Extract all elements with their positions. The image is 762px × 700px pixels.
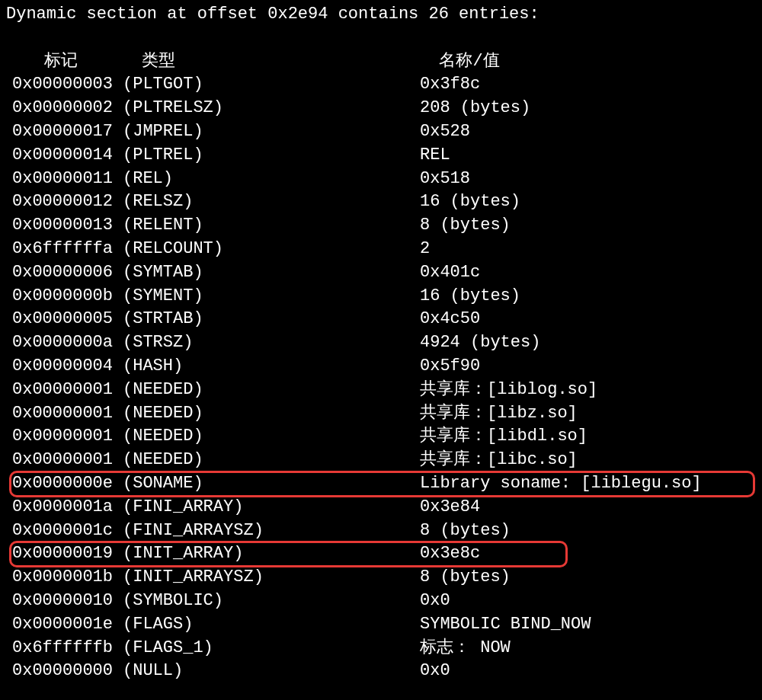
entry-type: (PLTGOT)	[123, 73, 420, 97]
entry-type: (NEEDED)	[123, 449, 420, 472]
entry-type: (JMPREL)	[123, 120, 420, 144]
table-row: 0x00000013(RELENT)8 (bytes)	[6, 214, 756, 238]
entry-tag: 0x00000014	[12, 144, 123, 168]
entry-type: (FLAGS)	[123, 613, 420, 637]
entry-type: (PLTRELSZ)	[123, 97, 420, 120]
entry-value: 0x3e84	[420, 496, 756, 519]
table-row: 0x6ffffffb(FLAGS_1)标志： NOW	[6, 637, 756, 660]
entry-value: 0x528	[420, 120, 756, 144]
entry-value: 0x0	[420, 660, 756, 683]
entries-list: 0x00000003(PLTGOT)0x3f8c0x00000002(PLTRE…	[6, 73, 756, 683]
header-tag: 标记	[26, 50, 142, 74]
entry-tag: 0x0000000a	[12, 331, 123, 355]
table-row: 0x00000001(NEEDED)共享库：[liblog.so]	[6, 379, 756, 402]
entry-tag: 0x00000003	[12, 73, 123, 97]
entry-tag: 0x00000006	[12, 261, 123, 285]
entry-tag: 0x00000012	[12, 190, 123, 214]
entry-type: (FINI_ARRAY)	[123, 496, 420, 519]
entry-value: 0x3e8c	[420, 542, 756, 566]
entry-tag: 0x00000017	[12, 120, 123, 144]
entry-value: 8 (bytes)	[420, 566, 756, 590]
table-row: 0x00000006(SYMTAB)0x401c	[6, 261, 756, 285]
entry-tag: 0x00000001	[12, 402, 123, 426]
column-headers: 标记类型名称/值	[6, 27, 756, 74]
entry-type: (NEEDED)	[123, 425, 420, 449]
table-row: 0x0000001e(FLAGS)SYMBOLIC BIND_NOW	[6, 613, 756, 637]
entry-type: (FINI_ARRAYSZ)	[123, 519, 420, 543]
entry-value: 共享库：[libz.so]	[420, 402, 756, 426]
table-row: 0x00000004(HASH)0x5f90	[6, 355, 756, 379]
entry-tag: 0x00000005	[12, 308, 123, 331]
entry-value: 208 (bytes)	[420, 97, 756, 120]
entry-value: 16 (bytes)	[420, 190, 756, 214]
table-row: 0x00000017(JMPREL)0x528	[6, 120, 756, 144]
table-row: 0x00000014(PLTREL)REL	[6, 144, 756, 168]
table-row: 0x00000001(NEEDED)共享库：[libdl.so]	[6, 425, 756, 449]
entry-tag: 0x00000010	[12, 590, 123, 613]
entry-type: (SYMENT)	[123, 285, 420, 308]
entry-tag: 0x00000011	[12, 168, 123, 191]
entry-value: 0x3f8c	[420, 73, 756, 97]
entry-tag: 0x00000001	[12, 449, 123, 472]
entry-value: 0x518	[420, 168, 756, 191]
entry-type: (RELCOUNT)	[123, 238, 420, 261]
entry-type: (SYMBOLIC)	[123, 590, 420, 613]
entry-value: 8 (bytes)	[420, 214, 756, 238]
table-row: 0x0000001b(INIT_ARRAYSZ)8 (bytes)	[6, 566, 756, 590]
entry-tag: 0x0000001b	[12, 566, 123, 590]
table-row: 0x00000001(NEEDED)共享库：[libz.so]	[6, 402, 756, 426]
entry-value: 共享库：[libc.so]	[420, 449, 756, 472]
entry-value: 2	[420, 238, 756, 261]
entry-tag: 0x00000004	[12, 355, 123, 379]
entry-tag: 0x00000001	[12, 379, 123, 402]
table-row: 0x0000001a(FINI_ARRAY)0x3e84	[6, 496, 756, 519]
table-row: 0x0000000e(SONAME)Library soname: [lible…	[6, 472, 756, 496]
entry-type: (NEEDED)	[123, 379, 420, 402]
table-row: 0x00000010(SYMBOLIC)0x0	[6, 590, 756, 613]
entry-tag: 0x00000019	[12, 542, 123, 566]
entry-value: 共享库：[liblog.so]	[420, 379, 756, 402]
entry-type: (STRTAB)	[123, 308, 420, 331]
table-row: 0x0000001c(FINI_ARRAYSZ)8 (bytes)	[6, 519, 756, 543]
entry-tag: 0x6ffffffb	[12, 637, 123, 660]
table-row: 0x00000001(NEEDED)共享库：[libc.so]	[6, 449, 756, 472]
entry-type: (INIT_ARRAYSZ)	[123, 566, 420, 590]
entry-value: SYMBOLIC BIND_NOW	[420, 613, 756, 637]
entry-type: (RELSZ)	[123, 190, 420, 214]
entry-tag: 0x00000000	[12, 660, 123, 683]
table-row: 0x0000000b(SYMENT)16 (bytes)	[6, 285, 756, 308]
entry-value: Library soname: [liblegu.so]	[420, 472, 756, 496]
entry-tag: 0x0000001e	[12, 613, 123, 637]
entry-tag: 0x00000001	[12, 425, 123, 449]
entry-tag: 0x0000001a	[12, 496, 123, 519]
entry-type: (REL)	[123, 168, 420, 191]
entry-tag: 0x00000013	[12, 214, 123, 238]
entry-type: (RELENT)	[123, 214, 420, 238]
entry-value: 0x401c	[420, 261, 756, 285]
entry-type: (NEEDED)	[123, 402, 420, 426]
entry-type: (HASH)	[123, 355, 420, 379]
entry-type: (SONAME)	[123, 472, 420, 496]
table-row: 0x00000000(NULL)0x0	[6, 660, 756, 683]
dynamic-section-title: Dynamic section at offset 0x2e94 contain…	[6, 3, 756, 27]
table-row: 0x00000003(PLTGOT)0x3f8c	[6, 73, 756, 97]
entry-type: (PLTREL)	[123, 144, 420, 168]
entry-tag: 0x0000000b	[12, 285, 123, 308]
table-row: 0x00000012(RELSZ)16 (bytes)	[6, 190, 756, 214]
entry-value: 16 (bytes)	[420, 285, 756, 308]
entry-type: (INIT_ARRAY)	[123, 542, 420, 566]
entry-value: 8 (bytes)	[420, 519, 756, 543]
entry-value: 0x5f90	[420, 355, 756, 379]
entry-tag: 0x0000001c	[12, 519, 123, 543]
table-row: 0x00000011(REL)0x518	[6, 168, 756, 191]
entry-type: (STRSZ)	[123, 331, 420, 355]
table-row: 0x00000005(STRTAB)0x4c50	[6, 308, 756, 331]
entry-value: 0x0	[420, 590, 756, 613]
entry-tag: 0x6ffffffa	[12, 238, 123, 261]
entry-value: REL	[420, 144, 756, 168]
entry-value: 0x4c50	[420, 308, 756, 331]
table-row: 0x0000000a(STRSZ)4924 (bytes)	[6, 331, 756, 355]
header-value: 名称/值	[439, 50, 499, 74]
entry-tag: 0x00000002	[12, 97, 123, 120]
entry-type: (FLAGS_1)	[123, 637, 420, 660]
